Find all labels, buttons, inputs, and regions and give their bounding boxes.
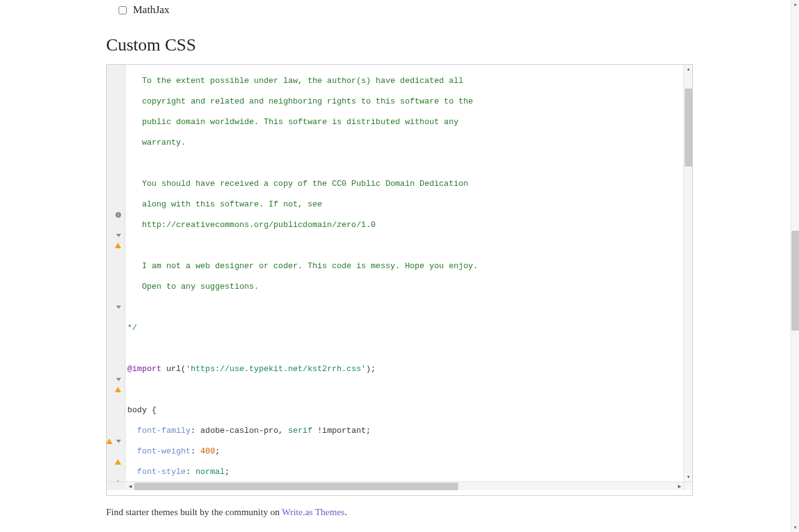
warning-icon [115, 387, 121, 392]
editor-horizontal-scrollbar[interactable]: ◀ ▶ [125, 481, 684, 490]
code-line: To the extent possible under law, the au… [127, 76, 692, 87]
horizontal-scroll-thumb[interactable] [134, 483, 458, 490]
fold-arrow-icon[interactable] [116, 234, 121, 237]
mathjax-option-row: MathJax [106, 0, 693, 35]
code-line: along with this software. If not, see [127, 200, 692, 210]
scroll-up-arrow-icon[interactable]: ▲ [684, 65, 692, 74]
footer-text: Find starter themes built by the communi… [106, 507, 693, 518]
themes-link[interactable]: Write.as Themes [282, 507, 345, 517]
code-line [127, 302, 692, 313]
scroll-right-arrow-icon[interactable]: ▶ [675, 482, 684, 491]
code-line: I am not a web designer or coder. This c… [127, 261, 692, 272]
page-scroll-down-icon[interactable]: ▼ [791, 523, 799, 532]
fold-arrow-icon[interactable] [116, 378, 121, 381]
warning-icon [115, 480, 121, 481]
page-scrollbar[interactable]: ▲ ▼ [790, 0, 799, 532]
code-line: Open to any suggestions. [127, 282, 692, 293]
css-editor: i [106, 64, 693, 496]
code-line [127, 158, 692, 169]
editor-gutter: i [107, 65, 125, 481]
warning-icon [115, 243, 121, 248]
warning-icon [107, 438, 112, 444]
code-line: public domain worldwide. This software i… [127, 117, 692, 128]
code-line: */ [127, 323, 692, 334]
page-scroll-up-icon[interactable]: ▲ [791, 0, 799, 9]
fold-arrow-icon[interactable] [116, 306, 121, 309]
code-line: http://creativecommons.org/publicdomain/… [127, 220, 692, 231]
info-icon: i [115, 212, 121, 218]
fold-arrow-icon[interactable] [116, 440, 121, 443]
code-content[interactable]: To the extent possible under law, the au… [125, 65, 692, 481]
scroll-left-arrow-icon[interactable]: ◀ [125, 482, 134, 491]
mathjax-label: MathJax [133, 4, 170, 16]
code-line: copyright and related and neighboring ri… [127, 97, 692, 107]
editor-vertical-scrollbar[interactable]: ▲ ▼ [684, 65, 692, 481]
code-line: You should have received a copy of the C… [127, 179, 692, 190]
page-scroll-thumb[interactable] [792, 231, 799, 331]
custom-css-heading: Custom CSS [106, 35, 693, 55]
code-line [127, 241, 692, 251]
vertical-scroll-thumb[interactable] [685, 89, 692, 167]
scroll-down-arrow-icon[interactable]: ▼ [684, 473, 692, 481]
code-line: warranty. [127, 138, 692, 148]
warning-icon [115, 459, 121, 465]
mathjax-checkbox[interactable] [119, 6, 127, 14]
